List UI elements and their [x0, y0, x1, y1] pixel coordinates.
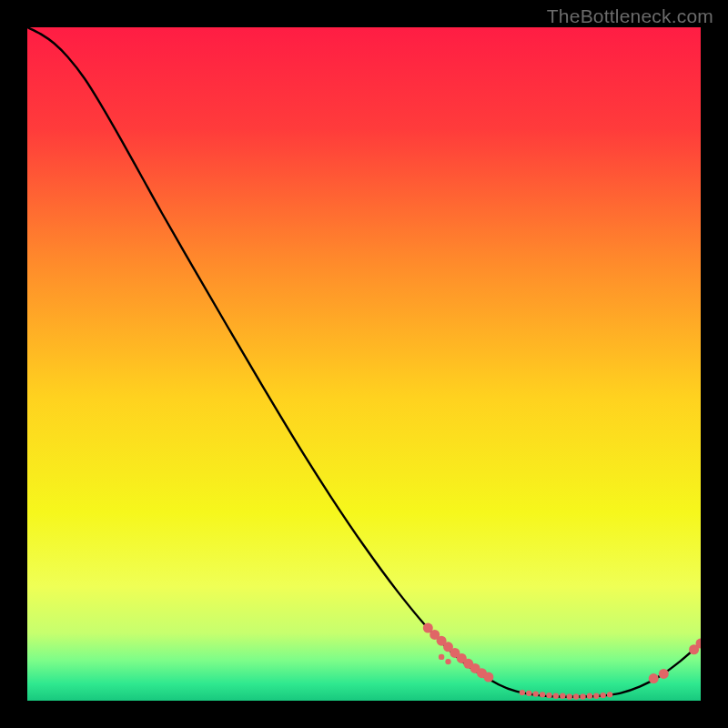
marker-dot [533, 691, 539, 696]
watermark-label: TheBottleneck.com [547, 5, 713, 27]
marker-dot [526, 691, 531, 696]
marker-dot [553, 693, 559, 699]
marker-dot [580, 693, 585, 699]
marker-dot [587, 693, 592, 699]
marker-dot [445, 659, 450, 664]
marker-dot [540, 692, 545, 697]
marker-dot [520, 690, 525, 695]
gradient-background [27, 27, 701, 701]
marker-dot [567, 693, 572, 699]
marker-dot [483, 672, 493, 682]
plot-area [27, 27, 701, 701]
marker-dot [573, 693, 579, 699]
marker-dot [601, 693, 606, 698]
plot-svg [27, 27, 701, 701]
marker-dot [546, 693, 551, 698]
marker-dot [439, 654, 444, 660]
marker-dot [607, 692, 612, 697]
marker-dot [649, 673, 659, 683]
marker-dot [560, 693, 565, 699]
marker-dot [593, 693, 599, 699]
chart-stage: TheBottleneck.com [0, 0, 728, 728]
marker-dot [659, 669, 669, 679]
